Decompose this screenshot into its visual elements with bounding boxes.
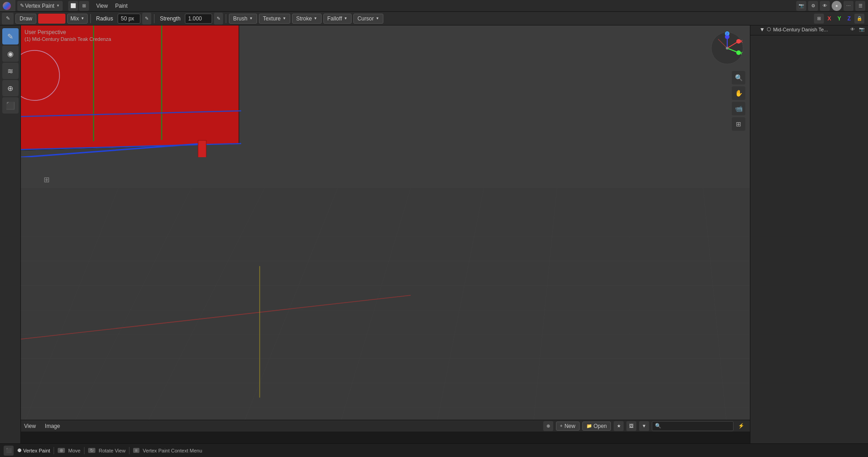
- image-settings-icon[interactable]: ▼: [639, 421, 649, 431]
- clone-tool-button[interactable]: ⊕: [2, 80, 19, 96]
- falloff-chevron: ▼: [344, 16, 347, 20]
- falloff-dropdown[interactable]: Falloff ▼: [323, 14, 352, 24]
- mesh-icon: ⬡: [767, 26, 771, 32]
- texture-chevron: ▼: [283, 16, 286, 20]
- sep1: [90, 14, 91, 23]
- extra-options-icon[interactable]: ⋯: [843, 1, 853, 11]
- visibility-toggle-2[interactable]: 👁: [849, 26, 856, 33]
- left-tool-panel: ✎ ◉ ≋ ⊕ ⬛: [0, 25, 21, 446]
- status-editor-icon[interactable]: ⬛: [4, 446, 14, 456]
- transform-widget[interactable]: ⊞: [44, 175, 50, 184]
- expand-icon: ▼: [759, 26, 765, 33]
- x-axis-button[interactable]: X: [825, 15, 834, 23]
- sep3: [226, 14, 226, 23]
- filter-icon[interactable]: ⚡: [736, 423, 746, 429]
- texture-dropdown[interactable]: Texture ▼: [259, 14, 290, 24]
- cursor-dropdown[interactable]: Cursor ▼: [353, 14, 383, 24]
- lock-icon[interactable]: 🔒: [854, 14, 864, 24]
- svg-text:Y: Y: [740, 51, 743, 55]
- strength-field[interactable]: 1.000: [185, 14, 212, 24]
- visibility-controls-2: 👁 📷: [849, 26, 865, 33]
- svg-text:Z: Z: [726, 32, 729, 36]
- mode-selector[interactable]: ✎ Vertex Paint ▼: [17, 1, 63, 11]
- brush-icon[interactable]: ✎: [2, 13, 14, 25]
- menu-view[interactable]: View: [93, 0, 112, 11]
- viewport-options-icon[interactable]: 👁: [820, 1, 830, 11]
- status-sep3: [129, 447, 129, 454]
- render-icon[interactable]: 📷: [796, 1, 806, 11]
- status-sep2: [84, 447, 84, 454]
- viewport-controls: 🔍 ✋ 📹 ⊞: [732, 71, 745, 131]
- image-menu[interactable]: Image: [42, 421, 63, 431]
- svg-marker-22: [21, 25, 239, 153]
- transform-icon[interactable]: ⊞: [814, 14, 824, 24]
- smear-tool-button[interactable]: ≋: [2, 63, 19, 79]
- mode-label: Vertex Paint: [25, 3, 55, 9]
- blend-mode-chevron: ▼: [81, 16, 84, 20]
- sep2: [154, 14, 154, 23]
- viewport-shading-buttons[interactable]: ⬜ ⊞: [64, 0, 93, 11]
- svg-text:X: X: [740, 39, 743, 44]
- image-view-menu[interactable]: View: [21, 421, 39, 431]
- context-menu-status: ≡ Vertex Paint Context Menu: [133, 448, 202, 453]
- hand-tool-button[interactable]: ✋: [732, 86, 745, 100]
- strength-label: Strength: [157, 15, 183, 22]
- new-button[interactable]: + New: [556, 422, 580, 431]
- blur-tool-button[interactable]: ◉: [2, 45, 19, 62]
- svg-point-53: [726, 47, 729, 50]
- fill-tool-button[interactable]: ⬛: [2, 97, 19, 114]
- image-editor-bar: 🖼 View Image ⊕ + New 📁 Open ★ 🖼 ▼ 🔍 ⚡: [0, 420, 750, 432]
- status-bar: ⬛ ⊕ Vertex Paint ⊕ Move ↻ Rotate View ≡ …: [0, 443, 868, 457]
- draw-tool-button[interactable]: ✎: [2, 28, 19, 45]
- render-options-icon[interactable]: ⚙: [808, 1, 818, 11]
- zoom-in-button[interactable]: 🔍: [732, 71, 745, 84]
- slot-icon[interactable]: ⊕: [543, 421, 553, 431]
- open-button[interactable]: 📁 Open: [582, 422, 611, 431]
- render-toggle-2[interactable]: 📷: [858, 26, 865, 33]
- z-axis-button[interactable]: Z: [845, 15, 853, 23]
- color-swatch[interactable]: [38, 14, 65, 24]
- menu-paint[interactable]: Paint: [111, 0, 131, 11]
- image-editor-icon[interactable]: 🖼: [626, 421, 636, 431]
- credenza-object: [21, 25, 248, 157]
- vertex-paint-status: ⊕ Vertex Paint: [17, 447, 50, 453]
- radius-edit-icon[interactable]: ✎: [142, 13, 151, 25]
- camera-view-button[interactable]: 📹: [732, 102, 745, 115]
- right-panel: ☰ Scene Collection ⚡ 🔍 ▶ 📁 Mid-Century D…: [750, 0, 868, 457]
- stroke-dropdown[interactable]: Stroke ▼: [292, 14, 322, 24]
- draw-button[interactable]: Draw: [15, 14, 36, 24]
- move-status: ⊕ Move: [58, 448, 80, 453]
- top-header: ✎ Vertex Paint ▼ ⬜ ⊞ View Paint 📷 ⚙ 👁 ● …: [0, 0, 868, 12]
- cursor-chevron: ▼: [376, 16, 379, 20]
- toolbar: ✎ Draw Mix ▼ Radius 50 px ✎ Strength 1.0…: [0, 12, 868, 25]
- brush-dropdown[interactable]: Brush ▼: [229, 14, 257, 24]
- blender-logo[interactable]: [0, 0, 15, 11]
- extra-options2-icon[interactable]: ☰: [855, 1, 865, 11]
- grid-floor: [21, 188, 750, 432]
- status-sep1: [54, 447, 54, 454]
- y-axis-button[interactable]: Y: [835, 15, 844, 23]
- radius-label: Radius: [94, 15, 116, 22]
- radius-field[interactable]: 50 px: [118, 14, 140, 24]
- orthographic-button[interactable]: ⊞: [732, 117, 745, 131]
- pin-icon[interactable]: ★: [614, 421, 624, 431]
- brush-chevron: ▼: [249, 16, 253, 20]
- strength-edit-icon[interactable]: ✎: [214, 13, 223, 25]
- navigation-gizmo[interactable]: X Y Z: [709, 30, 745, 66]
- image-search[interactable]: 🔍: [652, 421, 734, 431]
- svg-rect-41: [198, 140, 206, 157]
- blend-mode-dropdown[interactable]: Mix ▼: [67, 14, 88, 24]
- collection-name-2: Mid-Century Danish Te...: [773, 27, 828, 32]
- rotate-status: ↻ Rotate View: [88, 448, 125, 453]
- 3d-viewport[interactable]: User Perspective (1) Mid-Century Danish …: [21, 25, 750, 432]
- material-preview-icon[interactable]: ●: [832, 1, 842, 11]
- stroke-chevron: ▼: [314, 16, 317, 20]
